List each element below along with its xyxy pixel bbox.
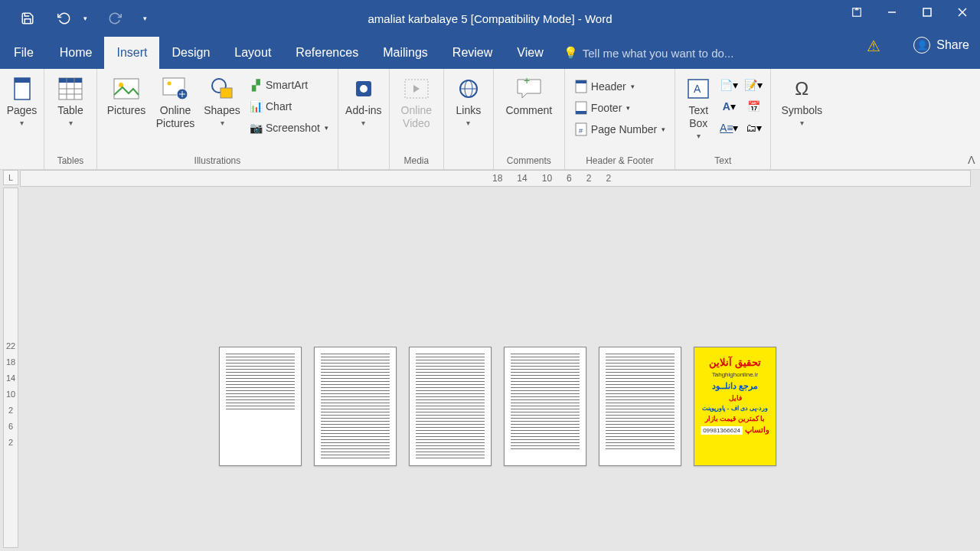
chart-label: Chart <box>266 100 292 112</box>
tab-references[interactable]: References <box>283 37 371 69</box>
document-area[interactable]: تحقیق آنلاین Tahghighonline.ir مرجع دانل… <box>20 187 971 548</box>
tab-review[interactable]: Review <box>440 37 505 69</box>
header-button[interactable]: Header ▾ <box>571 77 668 96</box>
footer-button[interactable]: Footer ▾ <box>571 98 668 118</box>
addins-button[interactable]: Add-ins ▾ <box>345 72 383 127</box>
undo-dropdown[interactable]: ▾ <box>80 6 90 31</box>
dropdown-icon: ▾ <box>20 119 24 127</box>
share-button[interactable]: 👤 Share <box>913 37 969 54</box>
screenshot-button[interactable]: 📷 Screenshot ▾ <box>246 118 332 138</box>
pictures-icon <box>113 75 140 103</box>
pictures-button[interactable]: Pictures <box>103 72 149 117</box>
table-label: Table <box>57 104 83 117</box>
lightbulb-icon: 💡 <box>564 46 578 60</box>
page-5[interactable] <box>314 347 397 466</box>
cover-contact: 09981366624 واتساپ <box>701 425 769 434</box>
page-2[interactable] <box>599 347 681 466</box>
text-box-icon: A <box>684 75 712 103</box>
save-button[interactable] <box>15 6 40 31</box>
minimize-button[interactable] <box>874 0 910 24</box>
drop-cap-button[interactable]: A≡▾ <box>718 118 740 138</box>
shapes-button[interactable]: Shapes ▾ <box>201 72 243 127</box>
cover-sub: مرجع دانلــود <box>712 381 758 391</box>
dropdown-icon: ▾ <box>69 119 73 127</box>
group-label <box>362 155 364 168</box>
tab-mailings[interactable]: Mailings <box>371 37 440 69</box>
svg-rect-20 <box>220 88 232 98</box>
chart-button[interactable]: 📊 Chart <box>246 96 332 116</box>
quick-parts-button[interactable]: 📄▾ <box>718 75 740 95</box>
group-illustrations-label: Illustrations <box>194 155 241 168</box>
links-button[interactable]: Links ▾ <box>450 72 487 127</box>
tab-design[interactable]: Design <box>159 37 222 69</box>
dropdown-icon: ▾ <box>626 104 630 112</box>
tab-insert[interactable]: Insert <box>104 37 159 69</box>
redo-button[interactable] <box>103 6 127 31</box>
svg-text:A: A <box>694 83 701 95</box>
undo-button[interactable] <box>52 6 77 31</box>
comment-button[interactable]: + Comment <box>500 72 558 117</box>
page-number-button[interactable]: # Page Number ▾ <box>571 119 668 139</box>
horizontal-ruler[interactable]: 181410622 <box>20 170 971 187</box>
header-label: Header <box>591 80 626 93</box>
page-1-cover[interactable]: تحقیق آنلاین Tahghighonline.ir مرجع دانل… <box>694 347 776 466</box>
tell-me-search[interactable]: 💡 Tell me what you want to do... <box>564 37 734 69</box>
ruler-corner[interactable]: L <box>3 170 18 185</box>
symbols-button[interactable]: Ω Symbols ▾ <box>777 72 826 127</box>
person-icon: 👤 <box>913 37 930 54</box>
wordart-button[interactable]: A▾ <box>718 96 740 116</box>
hruler-ticks: 181410622 <box>492 173 611 184</box>
tab-layout[interactable]: Layout <box>222 37 283 69</box>
ribbon-display-options[interactable] <box>839 0 874 24</box>
tab-file[interactable]: File <box>0 37 47 69</box>
cover-url: Tahghighonline.ir <box>712 371 759 378</box>
text-box-label: Text Box <box>681 104 715 130</box>
svg-point-17 <box>168 82 172 86</box>
title-bar: ▾ ▾ amaliat karbalaye 5 [Compatibility M… <box>0 0 980 37</box>
group-text: A Text Box ▾ 📄▾ A▾ A≡▾ 📝▾ 📅 🗂▾ Text <box>675 69 771 169</box>
collapse-ribbon-button[interactable]: ᐱ <box>968 154 975 166</box>
page-4[interactable] <box>409 347 492 466</box>
vertical-ruler[interactable]: 26210141822 <box>3 187 18 548</box>
group-links: Links ▾ <box>444 69 494 169</box>
dropdown-icon: ▾ <box>800 119 804 127</box>
warning-icon[interactable]: ⚠ <box>867 37 880 55</box>
date-time-button[interactable]: 📅 <box>743 96 764 116</box>
table-button[interactable]: Table ▾ <box>51 72 90 127</box>
page-number-icon: # <box>574 122 588 136</box>
page-number-label: Page Number <box>591 123 657 135</box>
symbols-icon: Ω <box>788 75 815 103</box>
svg-rect-32 <box>576 111 586 114</box>
pages-button[interactable]: Pages ▾ <box>5 72 40 127</box>
page-3[interactable] <box>504 347 586 466</box>
dropdown-icon: ▾ <box>220 119 224 127</box>
online-pictures-button[interactable]: Online Pictures <box>152 72 198 130</box>
maximize-button[interactable] <box>910 0 945 24</box>
pages-icon <box>8 75 36 103</box>
header-icon <box>574 80 588 93</box>
close-button[interactable] <box>945 0 980 24</box>
screenshot-label: Screenshot <box>266 122 320 134</box>
tab-home[interactable]: Home <box>47 37 105 69</box>
qat-customize[interactable]: ▾ <box>139 6 150 31</box>
object-button[interactable]: 🗂▾ <box>743 118 764 138</box>
group-text-label: Text <box>714 155 731 168</box>
tab-view[interactable]: View <box>505 37 555 69</box>
shapes-icon <box>208 75 236 103</box>
svg-rect-3 <box>923 8 931 16</box>
text-box-button[interactable]: A Text Box ▾ <box>681 72 715 140</box>
dropdown-icon: ▾ <box>631 83 635 90</box>
symbols-label: Symbols <box>781 104 822 117</box>
svg-rect-30 <box>576 80 586 83</box>
window-controls <box>839 0 980 24</box>
group-header-footer-label: Header & Footer <box>586 155 654 168</box>
illustrations-stack: ▞ SmartArt 📊 Chart 📷 Screenshot ▾ <box>246 72 332 138</box>
dropdown-icon: ▾ <box>662 126 665 133</box>
page-6[interactable] <box>219 347 302 466</box>
signature-line-button[interactable]: 📝▾ <box>743 75 764 95</box>
group-media-label: Media <box>403 155 429 168</box>
online-video-button: Online Video <box>396 72 437 130</box>
addins-label: Add-ins <box>345 104 381 117</box>
chart-icon: 📊 <box>249 99 263 113</box>
smartart-button[interactable]: ▞ SmartArt <box>246 75 332 95</box>
